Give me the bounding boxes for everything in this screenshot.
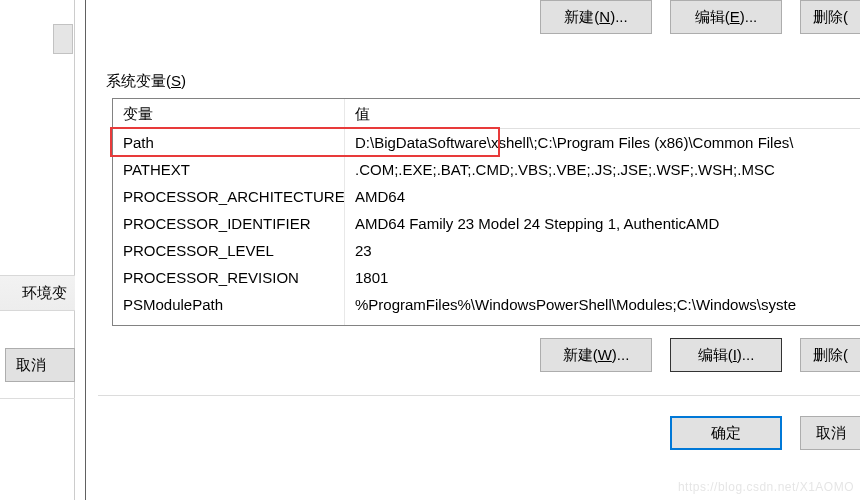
table-row[interactable]: Path D:\BigDataSoftware\xshell\;C:\Progr… [113, 129, 860, 156]
cell-val: AMD64 [345, 183, 860, 210]
system-delete-button[interactable]: 删除( [800, 338, 860, 372]
env-variables-dialog: 新建(N)... 编辑(E)... 删除( 系统变量(S) 变量 值 Path … [85, 0, 860, 500]
user-new-button[interactable]: 新建(N)... [540, 0, 652, 34]
system-vars-table[interactable]: 变量 值 Path D:\BigDataSoftware\xshell\;C:\… [112, 98, 860, 326]
cell-var: PROCESSOR_ARCHITECTURE [113, 183, 345, 210]
dialog-divider [98, 395, 860, 396]
system-vars-button-row: 新建(W)... 编辑(I)... 删除( [540, 338, 860, 372]
cell-var: PROCESSOR_LEVEL [113, 237, 345, 264]
cell-var: PATHEXT [113, 156, 345, 183]
table-row[interactable]: PROCESSOR_LEVEL 23 [113, 237, 860, 264]
cancel-button[interactable]: 取消 [800, 416, 860, 450]
cell-val: 1801 [345, 264, 860, 291]
table-row[interactable]: PSModulePath %ProgramFiles%\WindowsPower… [113, 291, 860, 318]
cell-var: PROCESSOR_IDENTIFIER [113, 210, 345, 237]
cell-var: PROCESSOR_REVISION [113, 264, 345, 291]
cell-val: .COM;.EXE;.BAT;.CMD;.VBS;.VBE;.JS;.JSE;.… [345, 156, 860, 183]
dialog-ok-row: 确定 取消 [670, 416, 860, 450]
cell-val: C:\Windows\TEMP [345, 318, 860, 326]
user-vars-button-row: 新建(N)... 编辑(E)... 删除( [540, 0, 860, 34]
header-variable[interactable]: 变量 [113, 99, 345, 128]
background-dialog: 环境变 取消 [0, 0, 75, 500]
cell-var: PSModulePath [113, 291, 345, 318]
back-divider [0, 398, 75, 399]
table-header: 变量 值 [113, 99, 860, 129]
cell-val: AMD64 Family 23 Model 24 Stepping 1, Aut… [345, 210, 860, 237]
user-delete-button[interactable]: 删除( [800, 0, 860, 34]
envvar-tab-label: 环境变 [0, 275, 75, 311]
cell-var: Path [113, 129, 345, 156]
system-edit-button[interactable]: 编辑(I)... [670, 338, 782, 372]
user-edit-button[interactable]: 编辑(E)... [670, 0, 782, 34]
cell-val: D:\BigDataSoftware\xshell\;C:\Program Fi… [345, 129, 860, 156]
table-row[interactable]: PROCESSOR_IDENTIFIER AMD64 Family 23 Mod… [113, 210, 860, 237]
ok-button[interactable]: 确定 [670, 416, 782, 450]
table-row[interactable]: PROCESSOR_ARCHITECTURE AMD64 [113, 183, 860, 210]
header-value[interactable]: 值 [345, 99, 860, 128]
watermark: https://blog.csdn.net/X1AOMO [678, 480, 854, 494]
system-vars-label: 系统变量(S) [106, 72, 186, 91]
table-row[interactable]: PROCESSOR_REVISION 1801 [113, 264, 860, 291]
back-cancel-button[interactable]: 取消 [5, 348, 75, 382]
system-new-button[interactable]: 新建(W)... [540, 338, 652, 372]
partial-control [53, 24, 73, 54]
cell-val: %ProgramFiles%\WindowsPowerShell\Modules… [345, 291, 860, 318]
cell-var: TEMP [113, 318, 345, 326]
table-row[interactable]: PATHEXT .COM;.EXE;.BAT;.CMD;.VBS;.VBE;.J… [113, 156, 860, 183]
cell-val: 23 [345, 237, 860, 264]
table-row[interactable]: TEMP C:\Windows\TEMP [113, 318, 860, 326]
